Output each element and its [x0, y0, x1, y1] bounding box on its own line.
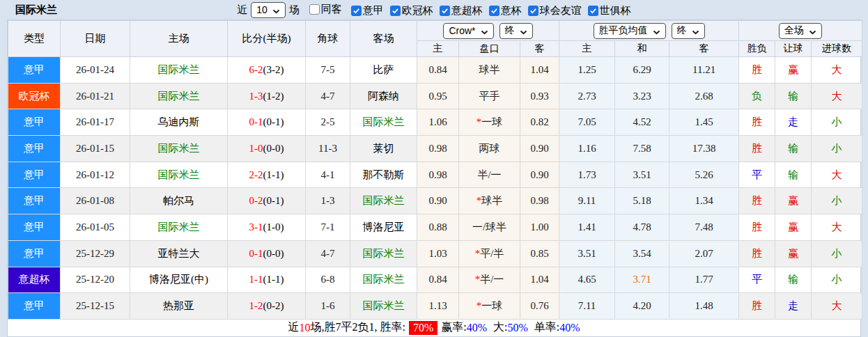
table-row: 意甲 26-01-17 乌迪内斯 0-1(0-1) 2-5 国际米兰 1.06 … [8, 109, 862, 136]
home-team[interactable]: 博洛尼亚(中) [130, 267, 228, 293]
table-row: 意甲 25-12-15 热那亚 1-2(0-2) 1-6 国际米兰 1.13 *… [8, 293, 862, 320]
full-score: 0-1 [249, 248, 263, 259]
away-team[interactable]: 比萨 [350, 57, 417, 84]
result-handicap: 赢 [775, 240, 812, 267]
crow-home-odds: 0.84 [417, 57, 459, 84]
home-team[interactable]: 国际米兰 [130, 136, 228, 162]
avg-away-odds: 11.21 [669, 57, 739, 84]
avg-home-odds: 1.25 [559, 57, 615, 84]
home-team[interactable]: 国际米兰 [130, 83, 228, 109]
checkbox-checked-icon[interactable] [489, 6, 499, 16]
table-row: 意甲 26-01-24 国际米兰 6-2(3-2) 7-5 比萨 0.84 球半… [8, 57, 862, 84]
match-date: 26-01-12 [61, 162, 130, 188]
result-handicap: 输 [775, 267, 812, 293]
checkbox-checked-icon[interactable] [588, 6, 598, 16]
filter-checkbox-group: 同客意甲欧冠杯意超杯意杯球会友谊世俱杯 [300, 3, 631, 17]
filter-checkbox-item[interactable]: 世俱杯 [588, 4, 631, 17]
crow-away-odds: 0.90 [520, 136, 559, 162]
checkbox-checked-icon[interactable] [390, 6, 401, 16]
crow-handicap-line: *一球 [459, 293, 520, 320]
filter-checkbox-item[interactable]: 欧冠杯 [390, 4, 433, 17]
odds-company-select[interactable]: Crow* [443, 23, 493, 39]
home-team[interactable]: 帕尔马 [130, 188, 228, 214]
match-type-badge: 欧冠杯 [8, 83, 61, 109]
checkbox-unchecked-icon[interactable] [309, 4, 320, 15]
away-team[interactable]: 国际米兰 [350, 240, 417, 267]
filter-checkbox-item[interactable]: 同客 [309, 3, 342, 16]
corners-value: 7-1 [306, 214, 350, 241]
avg-time-select[interactable]: 终 [672, 23, 705, 39]
home-team[interactable]: 热那亚 [130, 293, 228, 320]
recent-count-select[interactable]: 10 [251, 2, 286, 18]
away-team[interactable]: 国际米兰 [350, 188, 417, 214]
result-goals: 小 [812, 109, 862, 136]
result-handicap: 赢 [775, 214, 812, 241]
result-outcome: 胜 [739, 109, 775, 136]
checkbox-checked-icon[interactable] [351, 6, 362, 16]
away-team[interactable]: 国际米兰 [350, 293, 417, 320]
home-team[interactable]: 乌迪内斯 [130, 109, 228, 136]
result-handicap: 输 [775, 83, 812, 109]
avg-home-odds: 1.16 [559, 136, 615, 162]
footer-single-rate: 40% [559, 322, 580, 334]
away-team[interactable]: 博洛尼亚 [350, 214, 417, 241]
crow-handicap-line: 平手 [459, 83, 520, 109]
avg-away-odds: 1.48 [669, 293, 739, 320]
chevron-down-icon [809, 26, 816, 37]
avg-away-odds: 2.07 [669, 240, 739, 267]
odds-time-select[interactable]: 终 [499, 23, 533, 39]
col-header-corners: 角球 [306, 21, 350, 57]
col-header-date: 日期 [61, 21, 130, 57]
full-score: 3-1 [249, 221, 263, 233]
avg-odds-select[interactable]: 胜平负均值 [594, 23, 666, 39]
avg-draw-odds: 3.54 [615, 240, 669, 267]
table-row: 意超杯 25-12-20 博洛尼亚(中) 1-1(1-1) 6-8 国际米兰 0… [8, 267, 862, 293]
handicap-line-text: 一球 [481, 116, 502, 127]
chevron-down-icon [272, 5, 280, 16]
away-team[interactable]: 阿森纳 [350, 83, 417, 109]
filter-checkbox-item[interactable]: 意超杯 [440, 4, 483, 17]
avg-draw-odds: 3.23 [615, 83, 669, 109]
away-team[interactable]: 国际米兰 [350, 267, 417, 293]
away-team[interactable]: 那不勒斯 [350, 162, 417, 188]
result-goals: 小 [812, 188, 862, 214]
avg-away-odds: 1.45 [669, 109, 739, 136]
crow-away-odds: 0.76 [520, 293, 559, 320]
filter-checkbox-item[interactable]: 意杯 [489, 4, 522, 17]
half-score: (0-1) [263, 116, 284, 127]
home-team[interactable]: 国际米兰 [130, 214, 228, 241]
checkbox-checked-icon[interactable] [440, 6, 450, 16]
odds-time-value: 终 [505, 24, 515, 37]
away-team[interactable]: 莱切 [350, 136, 417, 162]
home-team[interactable]: 国际米兰 [130, 57, 228, 84]
scope-select[interactable]: 全场 [779, 23, 822, 39]
win-rate-badge: 70% [409, 321, 437, 335]
full-score: 1-1 [249, 274, 263, 285]
home-team[interactable]: 国际米兰 [130, 162, 228, 188]
result-outcome: 胜 [739, 240, 775, 267]
away-team[interactable]: 国际米兰 [350, 109, 417, 136]
filter-checkbox-item[interactable]: 意甲 [351, 4, 384, 17]
crow-home-odds: 0.98 [417, 136, 459, 162]
crow-handicap-line: 一/球半 [459, 214, 520, 241]
summary-footer: 近10场,胜7平2负1, 胜率: 70% 赢率:40% 大:50% 单率:40% [8, 320, 860, 336]
crow-away-odds: 1.00 [520, 214, 559, 241]
crow-away-odds: 1.04 [520, 57, 559, 84]
crow-home-odds: 0.95 [417, 83, 459, 109]
filter-checkbox-label: 意甲 [363, 4, 384, 17]
table-row: 意甲 25-12-29 亚特兰大 0-1(0-0) 4-7 国际米兰 1.03 … [8, 240, 862, 267]
filter-checkbox-item[interactable]: 球会友谊 [528, 4, 582, 17]
checkbox-checked-icon[interactable] [528, 6, 538, 16]
crow-home-odds: 1.03 [417, 240, 459, 267]
odds-company-value: Crow* [449, 25, 475, 36]
footer-single-label: 单率: [534, 320, 559, 335]
result-outcome: 平 [739, 267, 775, 293]
match-date: 26-01-21 [61, 83, 130, 109]
full-score: 1-0 [249, 143, 263, 154]
avg-draw-odds: 4.20 [615, 293, 669, 320]
result-goals: 大 [812, 83, 862, 109]
chevron-down-icon [481, 26, 488, 37]
home-team[interactable]: 亚特兰大 [130, 240, 228, 267]
half-score: (1-0) [263, 221, 284, 233]
filter-checkbox-label: 意杯 [501, 4, 522, 17]
